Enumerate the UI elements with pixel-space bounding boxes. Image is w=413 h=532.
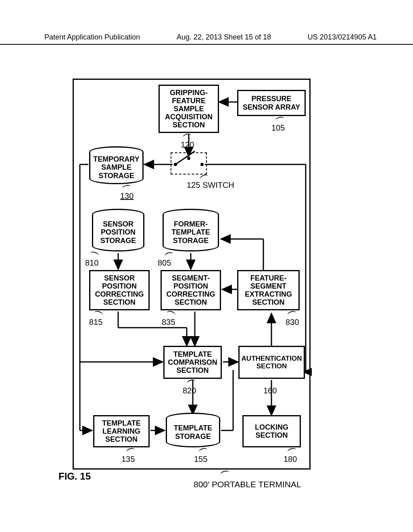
- ref-835: 835: [162, 318, 175, 327]
- label-text: POSITION: [162, 282, 220, 290]
- label-text: SECTION: [240, 362, 304, 370]
- label-text: SAMPLE: [90, 163, 142, 171]
- ref-105: 105: [271, 123, 285, 133]
- pressure-sensor-array: PRESSURE SENSOR ARRAY: [237, 90, 306, 116]
- ref-805: 805: [158, 258, 171, 268]
- label-text: FORMER-: [164, 220, 218, 228]
- label-text: SECTION: [165, 366, 221, 374]
- ref-830: 830: [286, 318, 299, 327]
- label-text: SENSOR: [93, 220, 143, 228]
- ref-810: 810: [85, 258, 98, 268]
- label-text: POSITION: [90, 282, 148, 290]
- lead-line-icon: [166, 310, 176, 318]
- locking-section: LOCKING SECTION: [242, 415, 301, 447]
- ref-130: 130: [120, 191, 133, 201]
- lead-line-icon: [164, 251, 174, 259]
- header-right: US 2013/0214905 A1: [308, 33, 377, 42]
- ref-815: 815: [89, 318, 102, 327]
- ref-125-switch: 125 SWITCH: [187, 181, 234, 190]
- label-text: SECTION: [238, 298, 298, 306]
- lead-line-icon: [275, 116, 285, 123]
- portable-terminal-label: 800' PORTABLE TERMINAL: [194, 480, 301, 489]
- ref-160: 160: [263, 386, 277, 395]
- label-text: SEGMENT: [238, 282, 298, 290]
- portable-terminal-outline: GRIPPING- FEATURE SAMPLE ACQUISITION SEC…: [73, 79, 311, 470]
- label-text: SAMPLE: [160, 105, 218, 113]
- page-header: Patent Application Publication Aug. 22, …: [0, 33, 413, 45]
- gripping-feature-sample-acquisition-section: GRIPPING- FEATURE SAMPLE ACQUISITION SEC…: [159, 85, 219, 133]
- lead-line-icon: [198, 447, 209, 455]
- label-text: FEATURE-: [238, 274, 298, 282]
- label-text: SECTION: [160, 121, 218, 129]
- lead-line-icon: [182, 133, 192, 140]
- lead-line-icon: [126, 447, 136, 455]
- label-text: ACQUISITION: [160, 113, 218, 121]
- template-comparison-section: TEMPLATE COMPARISON SECTION: [163, 346, 222, 379]
- label-text: TEMPLATE: [94, 419, 148, 427]
- label-text: STORAGE: [90, 172, 142, 180]
- lead-line-icon: [287, 310, 297, 318]
- label-text: STORAGE: [167, 432, 219, 441]
- lead-line-icon: [89, 251, 99, 259]
- sensor-position-storage: SENSOR POSITION STORAGE: [92, 214, 144, 251]
- label-text: POSITION: [93, 228, 143, 236]
- label-text: EXTRACTING: [238, 290, 298, 298]
- label-text: SECTION: [94, 435, 148, 443]
- header-center: Aug. 22, 2013 Sheet 15 of 18: [177, 33, 271, 42]
- label-text: LEARNING: [94, 427, 148, 435]
- label-text: PRESSURE: [238, 95, 305, 103]
- ref-820: 820: [183, 386, 196, 395]
- label-text: SEGMENT-: [162, 274, 220, 282]
- label-text: STORAGE: [93, 237, 143, 245]
- label-text: TEMPLATE: [165, 350, 221, 358]
- switch-icon: [171, 152, 207, 175]
- label-text: TEMPLATE: [164, 228, 218, 236]
- lead-line-icon: [186, 379, 196, 387]
- label-text: GRIPPING-: [160, 89, 218, 97]
- ref-180: 180: [284, 455, 297, 464]
- lead-line-icon: [220, 470, 230, 478]
- former-template-storage: FORMER- TEMPLATE STORAGE: [163, 214, 219, 251]
- authentication-section: AUTHENTICATION SECTION: [238, 346, 305, 379]
- ref-120: 120: [181, 140, 194, 150]
- label-text: STORAGE: [164, 237, 218, 245]
- label-text: SENSOR ARRAY: [238, 103, 305, 111]
- ref-135: 135: [121, 455, 135, 464]
- label-text: CORRECTING: [90, 290, 148, 298]
- label-text: COMPARISON: [165, 358, 221, 366]
- lead-line-icon: [122, 184, 131, 191]
- lead-line-icon: [93, 310, 103, 318]
- label-text: TEMPLATE: [167, 424, 219, 432]
- label-text: SECTION: [244, 431, 300, 439]
- segment-position-correcting-section: SEGMENT- POSITION CORRECTING SECTION: [161, 270, 221, 310]
- figure-caption: FIG. 15: [58, 471, 91, 482]
- label-text: TEMPORARY: [90, 155, 142, 163]
- label-text: SENSOR: [90, 274, 148, 282]
- template-storage: TEMPLATE STORAGE: [166, 418, 220, 447]
- label-text: SECTION: [90, 298, 148, 306]
- ref-155: 155: [194, 455, 207, 464]
- label-text: CORRECTING: [162, 290, 220, 298]
- lead-line-icon: [287, 447, 297, 455]
- feature-segment-extracting-section: FEATURE- SEGMENT EXTRACTING SECTION: [237, 270, 300, 310]
- header-left: Patent Application Publication: [44, 33, 140, 42]
- sensor-position-correcting-section: SENSOR POSITION CORRECTING SECTION: [89, 270, 150, 310]
- label-text: SECTION: [162, 298, 220, 306]
- label-text: LOCKING: [244, 423, 300, 431]
- label-text: AUTHENTICATION: [240, 355, 304, 362]
- temporary-sample-storage: TEMPORARY SAMPLE STORAGE: [89, 152, 144, 184]
- template-learning-section: TEMPLATE LEARNING SECTION: [93, 415, 150, 447]
- label-text: FEATURE: [160, 97, 218, 105]
